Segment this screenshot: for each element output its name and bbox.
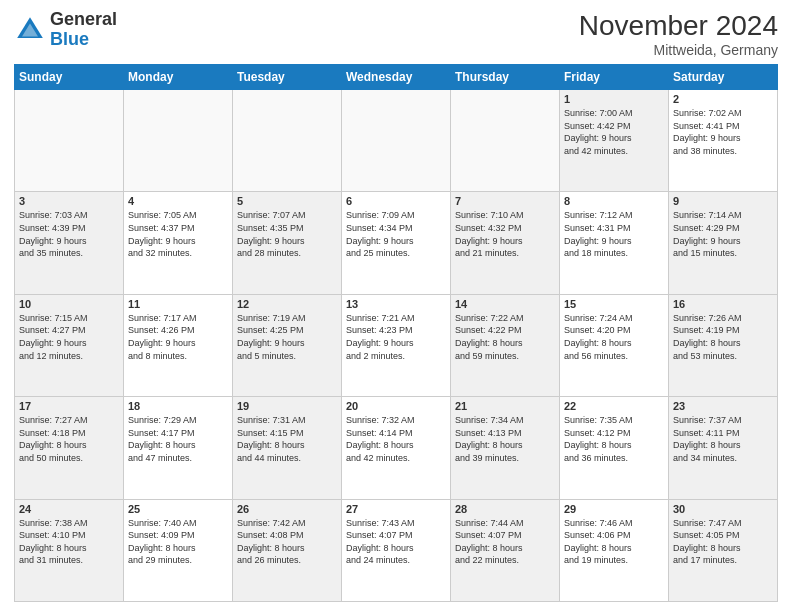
calendar-cell: 17Sunrise: 7:27 AM Sunset: 4:18 PM Dayli… [15,397,124,499]
calendar-cell: 6Sunrise: 7:09 AM Sunset: 4:34 PM Daylig… [342,192,451,294]
day-info: Sunrise: 7:03 AM Sunset: 4:39 PM Dayligh… [19,209,119,259]
calendar-cell: 30Sunrise: 7:47 AM Sunset: 4:05 PM Dayli… [669,499,778,601]
day-info: Sunrise: 7:19 AM Sunset: 4:25 PM Dayligh… [237,312,337,362]
day-number: 17 [19,400,119,412]
week-row-3: 17Sunrise: 7:27 AM Sunset: 4:18 PM Dayli… [15,397,778,499]
col-wednesday: Wednesday [342,65,451,90]
day-info: Sunrise: 7:46 AM Sunset: 4:06 PM Dayligh… [564,517,664,567]
calendar-cell: 19Sunrise: 7:31 AM Sunset: 4:15 PM Dayli… [233,397,342,499]
day-number: 28 [455,503,555,515]
day-info: Sunrise: 7:21 AM Sunset: 4:23 PM Dayligh… [346,312,446,362]
calendar: Sunday Monday Tuesday Wednesday Thursday… [14,64,778,602]
col-monday: Monday [124,65,233,90]
calendar-cell: 21Sunrise: 7:34 AM Sunset: 4:13 PM Dayli… [451,397,560,499]
day-number: 12 [237,298,337,310]
calendar-cell: 8Sunrise: 7:12 AM Sunset: 4:31 PM Daylig… [560,192,669,294]
day-info: Sunrise: 7:12 AM Sunset: 4:31 PM Dayligh… [564,209,664,259]
day-number: 30 [673,503,773,515]
header: General Blue November 2024 Mittweida, Ge… [14,10,778,58]
day-info: Sunrise: 7:09 AM Sunset: 4:34 PM Dayligh… [346,209,446,259]
week-row-4: 24Sunrise: 7:38 AM Sunset: 4:10 PM Dayli… [15,499,778,601]
day-number: 24 [19,503,119,515]
day-number: 20 [346,400,446,412]
calendar-cell: 18Sunrise: 7:29 AM Sunset: 4:17 PM Dayli… [124,397,233,499]
day-number: 10 [19,298,119,310]
calendar-cell: 9Sunrise: 7:14 AM Sunset: 4:29 PM Daylig… [669,192,778,294]
calendar-cell: 15Sunrise: 7:24 AM Sunset: 4:20 PM Dayli… [560,294,669,396]
col-saturday: Saturday [669,65,778,90]
calendar-cell: 24Sunrise: 7:38 AM Sunset: 4:10 PM Dayli… [15,499,124,601]
subtitle: Mittweida, Germany [579,42,778,58]
day-number: 6 [346,195,446,207]
day-info: Sunrise: 7:42 AM Sunset: 4:08 PM Dayligh… [237,517,337,567]
day-number: 19 [237,400,337,412]
calendar-cell [124,90,233,192]
calendar-cell: 2Sunrise: 7:02 AM Sunset: 4:41 PM Daylig… [669,90,778,192]
calendar-cell: 10Sunrise: 7:15 AM Sunset: 4:27 PM Dayli… [15,294,124,396]
day-info: Sunrise: 7:31 AM Sunset: 4:15 PM Dayligh… [237,414,337,464]
day-number: 22 [564,400,664,412]
calendar-cell: 29Sunrise: 7:46 AM Sunset: 4:06 PM Dayli… [560,499,669,601]
page: General Blue November 2024 Mittweida, Ge… [0,0,792,612]
calendar-cell: 11Sunrise: 7:17 AM Sunset: 4:26 PM Dayli… [124,294,233,396]
day-number: 23 [673,400,773,412]
day-info: Sunrise: 7:14 AM Sunset: 4:29 PM Dayligh… [673,209,773,259]
day-number: 1 [564,93,664,105]
calendar-cell: 5Sunrise: 7:07 AM Sunset: 4:35 PM Daylig… [233,192,342,294]
day-info: Sunrise: 7:34 AM Sunset: 4:13 PM Dayligh… [455,414,555,464]
day-number: 27 [346,503,446,515]
col-tuesday: Tuesday [233,65,342,90]
day-number: 21 [455,400,555,412]
day-number: 29 [564,503,664,515]
day-info: Sunrise: 7:38 AM Sunset: 4:10 PM Dayligh… [19,517,119,567]
calendar-cell: 27Sunrise: 7:43 AM Sunset: 4:07 PM Dayli… [342,499,451,601]
calendar-cell: 25Sunrise: 7:40 AM Sunset: 4:09 PM Dayli… [124,499,233,601]
day-info: Sunrise: 7:17 AM Sunset: 4:26 PM Dayligh… [128,312,228,362]
day-number: 3 [19,195,119,207]
logo-general: General [50,9,117,29]
day-number: 8 [564,195,664,207]
day-info: Sunrise: 7:05 AM Sunset: 4:37 PM Dayligh… [128,209,228,259]
title-block: November 2024 Mittweida, Germany [579,10,778,58]
day-number: 15 [564,298,664,310]
day-info: Sunrise: 7:29 AM Sunset: 4:17 PM Dayligh… [128,414,228,464]
day-number: 11 [128,298,228,310]
col-sunday: Sunday [15,65,124,90]
calendar-table: Sunday Monday Tuesday Wednesday Thursday… [14,64,778,602]
calendar-cell: 26Sunrise: 7:42 AM Sunset: 4:08 PM Dayli… [233,499,342,601]
day-info: Sunrise: 7:47 AM Sunset: 4:05 PM Dayligh… [673,517,773,567]
logo-text: General Blue [50,10,117,50]
logo: General Blue [14,10,117,50]
calendar-cell: 16Sunrise: 7:26 AM Sunset: 4:19 PM Dayli… [669,294,778,396]
calendar-cell: 3Sunrise: 7:03 AM Sunset: 4:39 PM Daylig… [15,192,124,294]
calendar-cell: 20Sunrise: 7:32 AM Sunset: 4:14 PM Dayli… [342,397,451,499]
day-number: 4 [128,195,228,207]
week-row-2: 10Sunrise: 7:15 AM Sunset: 4:27 PM Dayli… [15,294,778,396]
day-number: 9 [673,195,773,207]
day-info: Sunrise: 7:15 AM Sunset: 4:27 PM Dayligh… [19,312,119,362]
calendar-cell: 4Sunrise: 7:05 AM Sunset: 4:37 PM Daylig… [124,192,233,294]
calendar-cell: 23Sunrise: 7:37 AM Sunset: 4:11 PM Dayli… [669,397,778,499]
week-row-0: 1Sunrise: 7:00 AM Sunset: 4:42 PM Daylig… [15,90,778,192]
day-number: 26 [237,503,337,515]
day-info: Sunrise: 7:35 AM Sunset: 4:12 PM Dayligh… [564,414,664,464]
col-thursday: Thursday [451,65,560,90]
day-info: Sunrise: 7:02 AM Sunset: 4:41 PM Dayligh… [673,107,773,157]
calendar-cell [15,90,124,192]
day-number: 18 [128,400,228,412]
calendar-cell: 28Sunrise: 7:44 AM Sunset: 4:07 PM Dayli… [451,499,560,601]
day-number: 7 [455,195,555,207]
calendar-cell: 22Sunrise: 7:35 AM Sunset: 4:12 PM Dayli… [560,397,669,499]
calendar-cell [342,90,451,192]
day-info: Sunrise: 7:07 AM Sunset: 4:35 PM Dayligh… [237,209,337,259]
day-info: Sunrise: 7:10 AM Sunset: 4:32 PM Dayligh… [455,209,555,259]
calendar-cell: 1Sunrise: 7:00 AM Sunset: 4:42 PM Daylig… [560,90,669,192]
day-number: 16 [673,298,773,310]
day-info: Sunrise: 7:22 AM Sunset: 4:22 PM Dayligh… [455,312,555,362]
day-info: Sunrise: 7:24 AM Sunset: 4:20 PM Dayligh… [564,312,664,362]
day-number: 5 [237,195,337,207]
logo-icon [14,14,46,46]
calendar-cell: 7Sunrise: 7:10 AM Sunset: 4:32 PM Daylig… [451,192,560,294]
week-row-1: 3Sunrise: 7:03 AM Sunset: 4:39 PM Daylig… [15,192,778,294]
day-info: Sunrise: 7:37 AM Sunset: 4:11 PM Dayligh… [673,414,773,464]
